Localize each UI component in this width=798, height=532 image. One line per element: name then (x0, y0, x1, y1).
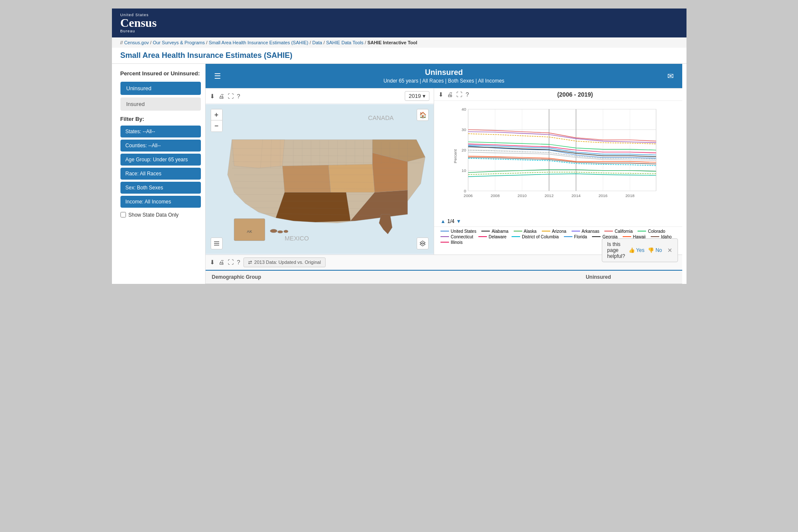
panel-header-title: Uninsured (221, 68, 667, 77)
legend-item: Arkansas (572, 229, 600, 234)
svg-text:2010: 2010 (518, 193, 526, 198)
chart-expand-icon[interactable]: ⛶ (456, 91, 462, 98)
chart-title: (2006 - 2019) (472, 91, 678, 98)
svg-text:2014: 2014 (572, 193, 581, 198)
mail-icon[interactable]: ✉ (667, 72, 674, 81)
legend-item: District of Columbia (512, 235, 559, 239)
legend-item: Florida (564, 235, 587, 239)
bottom-toolbar: ⬇ 🖨 ⛶ ? ⇄ 2013 Data: Updated vs. Origina… (206, 255, 682, 270)
legend-prev-button[interactable]: ▲ (440, 218, 446, 224)
legend-label: Alabama (492, 229, 508, 234)
show-state-data-row: Show State Data Only (120, 212, 201, 218)
svg-point-41 (283, 230, 288, 233)
legend-item: Connecticut (440, 235, 473, 239)
filter-sex[interactable]: Sex: Both Sexes (120, 182, 201, 194)
svg-text:2012: 2012 (545, 193, 554, 198)
legend-item: California (604, 229, 632, 234)
filter-age[interactable]: Age Group: Under 65 years (120, 154, 201, 166)
bottom-print-icon[interactable]: 🖨 (218, 259, 224, 266)
svg-text:30: 30 (462, 127, 466, 132)
legend-label: California (615, 229, 632, 234)
legend-item: Colorado (638, 229, 665, 234)
zoom-out-button[interactable]: − (211, 120, 222, 132)
legend-label: Illinois (451, 240, 463, 245)
map-expand-icon[interactable]: ⛶ (228, 93, 234, 100)
svg-point-40 (277, 231, 283, 233)
year-select[interactable]: 2019 ▾ (405, 91, 429, 101)
filter-title: Filter By: (120, 116, 201, 122)
legend-line (572, 231, 580, 232)
legend-next-button[interactable]: ▼ (456, 218, 461, 224)
show-state-label: Show State Data Only (129, 212, 179, 218)
zoom-controls: + − (211, 109, 223, 132)
logo-bottom: Bureau (120, 29, 157, 33)
insured-button[interactable]: Insured (120, 97, 201, 111)
map-help-icon[interactable]: ? (237, 93, 240, 100)
legend-line (592, 236, 601, 237)
chart-print-icon[interactable]: 🖨 (447, 91, 453, 98)
sidebar-section-title: Percent Insured or Uninsured: (120, 70, 201, 77)
legend-label: District of Columbia (522, 235, 559, 239)
home-button[interactable]: 🏠 (417, 109, 429, 121)
us-map: CANADA MEXICO (206, 104, 434, 255)
svg-text:2006: 2006 (463, 193, 472, 198)
panel-header-center: Uninsured Under 65 years | All Races | B… (221, 68, 667, 84)
legend-line (564, 236, 572, 237)
legend-line (542, 231, 550, 232)
legend-label: Arizona (552, 229, 566, 234)
svg-text:2008: 2008 (491, 193, 500, 198)
legend-line (481, 231, 490, 232)
map-print-icon[interactable]: 🖨 (218, 93, 224, 100)
bottom-download-icon[interactable]: ⬇ (210, 259, 215, 266)
filter-counties[interactable]: Counties: --All-- (120, 140, 201, 152)
site-header: United States Census Bureau (112, 9, 686, 37)
legend-line (478, 236, 487, 237)
svg-text:10: 10 (462, 168, 466, 173)
filter-race[interactable]: Race: All Races (120, 168, 201, 180)
data-update-text: 2013 Data: Updated vs. Original (254, 260, 321, 265)
map-toolbar: ⬇ 🖨 ⛶ ? 2019 ▾ (206, 89, 434, 104)
map-download-icon[interactable]: ⬇ (210, 93, 215, 100)
legend-page: 1/4 (447, 218, 455, 224)
svg-text:2018: 2018 (626, 193, 635, 198)
legend-line (440, 242, 449, 243)
legend-label: Colorado (648, 229, 665, 234)
svg-point-39 (270, 229, 277, 233)
legend-item: Arizona (542, 229, 566, 234)
legend-label: Delaware (489, 235, 506, 239)
legend-nav: ▲ 1/4 ▼ (434, 218, 682, 226)
legend-label: Connecticut (451, 235, 473, 239)
feedback-yes-button[interactable]: 👍 Yes (629, 247, 645, 253)
svg-text:40: 40 (462, 107, 466, 112)
map-panel: ⬇ 🖨 ⛶ ? 2019 ▾ + − (206, 89, 435, 255)
legend-line (604, 231, 613, 232)
legend-item: Illinois (440, 240, 463, 245)
show-state-checkbox[interactable] (120, 212, 126, 217)
filter-income[interactable]: Income: All Incomes (120, 196, 201, 208)
feedback-close-button[interactable]: ✕ (667, 247, 672, 254)
sidebar: Percent Insured or Uninsured: Uninsured … (116, 64, 206, 284)
filter-states[interactable]: States: --All-- (120, 126, 201, 137)
legend-line (514, 231, 522, 232)
uninsured-button[interactable]: Uninsured (120, 82, 201, 95)
chart-help-icon[interactable]: ? (466, 91, 469, 98)
hamburger-icon[interactable]: ☰ (214, 72, 221, 81)
swap-icon: ⇄ (248, 260, 252, 265)
map-list-button[interactable] (211, 237, 223, 249)
feedback-no-button[interactable]: 👎 No (648, 247, 662, 253)
bottom-help-icon[interactable]: ? (237, 259, 240, 266)
chart-download-icon[interactable]: ⬇ (438, 91, 443, 98)
map-container: + − 🏠 (206, 104, 434, 255)
legend-item: Alabama (481, 229, 508, 234)
logo-main: Census (120, 17, 157, 29)
bottom-expand-icon[interactable]: ⛶ (228, 259, 234, 266)
year-dropdown-arrow: ▾ (423, 93, 426, 99)
legend-line (651, 236, 659, 237)
map-layers-button[interactable] (417, 237, 429, 249)
panel-header-subtitle: Under 65 years | All Races | Both Sexes … (221, 78, 667, 84)
svg-text:20: 20 (462, 148, 466, 152)
legend-item: Alaska (514, 229, 537, 234)
svg-text:2016: 2016 (598, 193, 607, 198)
chart-svg: Percent (440, 105, 675, 207)
zoom-in-button[interactable]: + (211, 109, 222, 120)
